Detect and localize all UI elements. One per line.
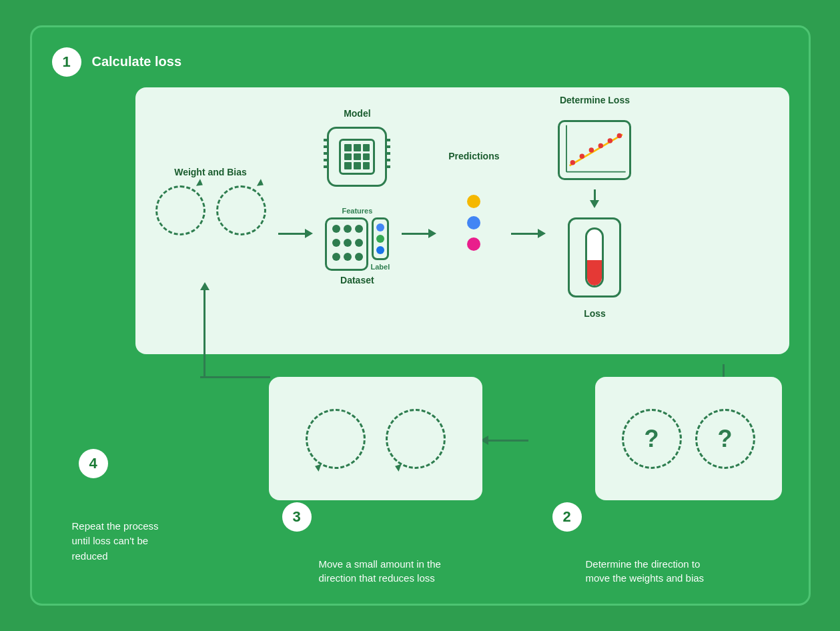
arrow-model-to-predictions bbox=[402, 229, 436, 238]
label-column bbox=[372, 217, 389, 260]
step-1-badge: 1 bbox=[52, 47, 81, 77]
label-text: Label bbox=[371, 263, 390, 271]
step-2-badge: 2 bbox=[552, 502, 582, 532]
weight-bias-circles bbox=[155, 185, 266, 235]
arrow-predictions-to-loss bbox=[511, 229, 546, 238]
arrow-line-2 bbox=[402, 233, 428, 235]
weight-circle bbox=[155, 185, 205, 235]
step-4-badge: 4 bbox=[79, 449, 108, 478]
svg-line-2 bbox=[570, 135, 622, 166]
loss-chart bbox=[558, 120, 631, 180]
dot-blue bbox=[467, 216, 480, 229]
therm-inner bbox=[585, 227, 604, 287]
arrow-head-3 bbox=[538, 229, 546, 238]
dataset-box-row: Label bbox=[325, 217, 390, 271]
arrow-line bbox=[278, 233, 305, 235]
therm-fill bbox=[587, 260, 602, 285]
weight-bias-section: Weight and Bias bbox=[155, 167, 266, 235]
loss-label: Loss bbox=[584, 308, 606, 319]
predictions-section: Predictions bbox=[448, 151, 499, 251]
step-2-card: ? ? bbox=[595, 377, 782, 500]
predictions-dots bbox=[467, 195, 480, 251]
arrow-step2-to-step3 bbox=[480, 436, 528, 445]
dataset-label: Dataset bbox=[340, 275, 374, 285]
determine-loss-section: Determine Loss bbox=[558, 95, 631, 327]
down-arrow-loss bbox=[590, 189, 599, 208]
dot-yellow bbox=[467, 195, 480, 208]
arrow-head-2 bbox=[428, 229, 436, 238]
bias-circle bbox=[216, 185, 266, 235]
step-3-card bbox=[269, 377, 482, 500]
label-col-area: Label bbox=[371, 217, 390, 271]
weight-bias-label: Weight and Bias bbox=[174, 167, 247, 177]
question-circle-1: ? bbox=[622, 409, 682, 469]
model-cpu-icon bbox=[327, 127, 387, 187]
features-label: Features bbox=[342, 207, 372, 215]
step-3-badge: 3 bbox=[282, 502, 312, 532]
main-diagram-card: Weight and Bias Model bbox=[135, 87, 789, 354]
arrow-weight-to-model bbox=[278, 229, 313, 238]
question-circle-2: ? bbox=[695, 409, 755, 469]
svg-point-8 bbox=[617, 133, 622, 138]
arrow-line-3 bbox=[511, 233, 538, 235]
step-3-label: Move a small amount in the direction tha… bbox=[319, 557, 446, 585]
loss-chart-svg bbox=[560, 122, 629, 178]
dataset-grid bbox=[325, 217, 368, 271]
thermometer-icon bbox=[568, 217, 621, 297]
step-4-label: Repeat the process until loss can't be r… bbox=[72, 519, 179, 564]
svg-point-3 bbox=[570, 160, 575, 165]
determine-loss-label: Determine Loss bbox=[560, 95, 630, 105]
step-2-label: Determine the direction to move the weig… bbox=[586, 557, 713, 585]
svg-point-7 bbox=[608, 138, 612, 143]
svg-point-6 bbox=[598, 143, 603, 148]
dataset-area: Features bbox=[325, 207, 390, 293]
cpu-inner-grid bbox=[339, 139, 375, 175]
svg-point-5 bbox=[589, 147, 594, 152]
step-1-label: Calculate loss bbox=[92, 54, 182, 69]
outer-card: 1 Calculate loss Weight and Bias Model bbox=[30, 25, 811, 606]
arrow-head bbox=[305, 229, 313, 238]
dot-pink bbox=[467, 237, 480, 251]
predictions-label: Predictions bbox=[448, 151, 499, 161]
connector-step3-to-up bbox=[200, 376, 270, 378]
svg-point-4 bbox=[580, 154, 584, 159]
step3-circles bbox=[306, 409, 446, 469]
step3-circle-1 bbox=[306, 409, 366, 469]
model-label: Model bbox=[344, 108, 370, 119]
arrow-step3-to-weights bbox=[200, 282, 209, 377]
model-section: Model Features bbox=[325, 108, 390, 293]
step3-circle-2 bbox=[386, 409, 446, 469]
